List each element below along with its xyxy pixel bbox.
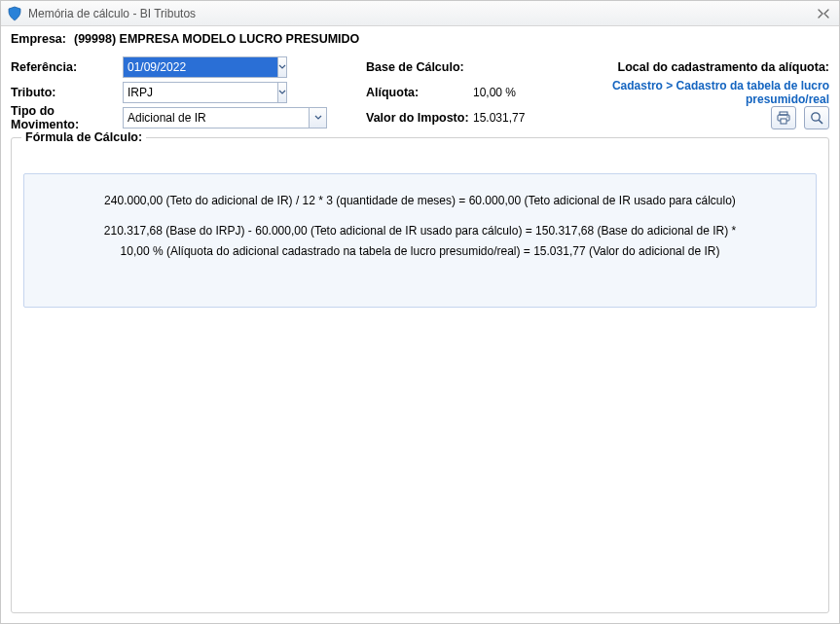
app-window: Memória de cálculo - BI Tributos Empresa…: [0, 0, 840, 624]
tributo-input[interactable]: [123, 82, 278, 103]
window-close-button[interactable]: [814, 6, 833, 21]
formula-line-3: 10,00 % (Alíquota do adicional cadastrad…: [38, 242, 802, 261]
tipo-movimento-input[interactable]: [123, 107, 310, 128]
printer-icon: [776, 110, 791, 126]
window-title: Memória de cálculo - BI Tributos: [28, 7, 196, 20]
formula-line-1: 240.000,00 (Teto do adicional de IR) / 1…: [38, 192, 802, 210]
svg-line-5: [819, 120, 822, 124]
referencia-input[interactable]: [123, 56, 278, 78]
referencia-field[interactable]: [123, 56, 267, 78]
empresa-row: Empresa: (99998) EMPRESA MODELO LUCRO PR…: [11, 32, 829, 46]
formula-group: Fórmula de Cálculo: 240.000,00 (Teto do …: [11, 137, 829, 613]
titlebar: Memória de cálculo - BI Tributos: [1, 1, 839, 26]
close-icon: [818, 9, 829, 18]
referencia-dropdown-button[interactable]: [278, 56, 287, 78]
content-area: Empresa: (99998) EMPRESA MODELO LUCRO PR…: [1, 26, 839, 623]
chevron-down-icon: [314, 115, 322, 121]
chevron-down-icon: [278, 64, 286, 70]
zoom-button[interactable]: [804, 106, 829, 129]
print-button[interactable]: [771, 106, 796, 129]
svg-point-4: [812, 113, 820, 121]
empresa-label: Empresa:: [11, 32, 66, 46]
form-grid: Referência: Base de Cálculo: Local do ca…: [11, 55, 829, 129]
referencia-label: Referência:: [11, 60, 123, 74]
svg-point-3: [786, 116, 787, 117]
formula-legend: Fórmula de Cálculo:: [21, 130, 146, 144]
valor-imposto-value: 15.031,77: [473, 111, 570, 125]
formula-line-2: 210.317,68 (Base do IRPJ) - 60.000,00 (T…: [38, 222, 802, 240]
chevron-down-icon: [278, 90, 286, 95]
magnifier-icon: [809, 110, 824, 126]
aliquota-label: Alíquota:: [366, 86, 473, 99]
app-icon: [7, 6, 22, 21]
cadastro-link[interactable]: Cadastro > Cadastro da tabela de lucro p…: [570, 79, 829, 106]
valor-imposto-label: Valor do Imposto:: [366, 111, 473, 125]
aliquota-value: 10,00 %: [473, 86, 570, 99]
tipo-movimento-field[interactable]: [123, 107, 327, 128]
local-cadastramento-label: Local do cadastramento da alíquota:: [570, 60, 829, 74]
tipo-movimento-dropdown-button[interactable]: [310, 107, 327, 128]
tributo-field[interactable]: [123, 82, 267, 103]
svg-rect-2: [781, 119, 786, 124]
tipo-movimento-label: Tipo do Movimento:: [11, 104, 123, 131]
tributo-dropdown-button[interactable]: [278, 82, 287, 103]
base-calc-label: Base de Cálculo:: [366, 60, 473, 74]
tributo-label: Tributo:: [11, 86, 123, 99]
formula-box: 240.000,00 (Teto do adicional de IR) / 1…: [23, 173, 817, 308]
empresa-value: (99998) EMPRESA MODELO LUCRO PRESUMIDO: [74, 32, 359, 46]
